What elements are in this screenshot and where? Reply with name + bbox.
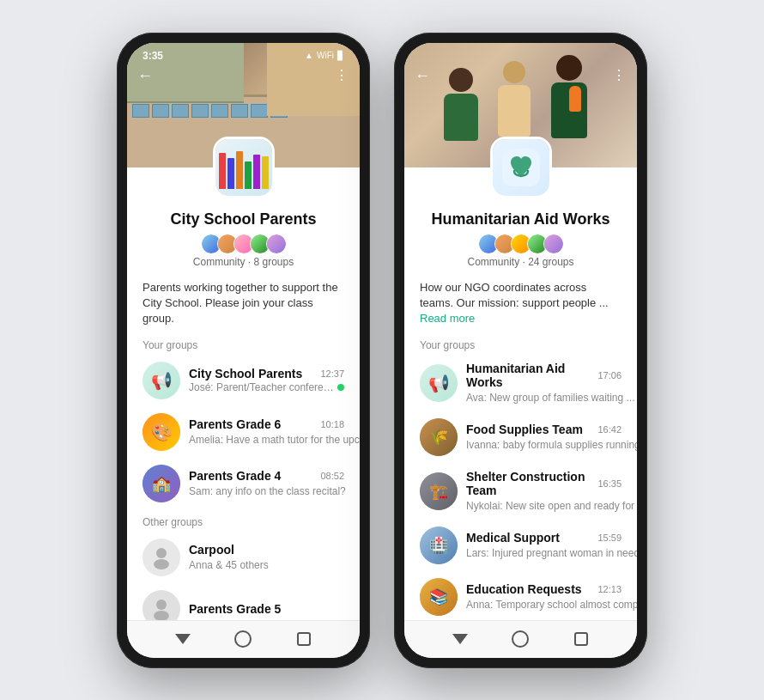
- other-groups-list: Carpool Anna & 45 others: [127, 532, 360, 620]
- group-avatar-education: 📚: [420, 578, 458, 616]
- phones-container: 3:35 ▲ WiFi ▊ ← ⋮: [100, 15, 664, 685]
- carpool-name: Carpool: [189, 543, 234, 557]
- group-name-row: Food Supplies Team 16:42: [466, 423, 622, 436]
- member-avatars-2: [421, 234, 620, 254]
- group-item-carpool[interactable]: Carpool Anna & 45 others: [136, 532, 351, 583]
- group-avatar-carpool: [142, 539, 180, 576]
- member-avatar: [543, 234, 564, 254]
- more-button-2[interactable]: ⋮: [612, 67, 627, 83]
- back-button-2[interactable]: ←: [415, 67, 430, 85]
- nav-back-2[interactable]: [448, 627, 472, 651]
- group-name: Parents Grade 6: [189, 417, 281, 431]
- community-header-1: City School Parents Community · 8 groups: [127, 204, 360, 272]
- group-name: City School Parents: [189, 367, 302, 380]
- group-avatar-medical: 🏥: [420, 527, 458, 564]
- speaker-icon: 📢: [151, 370, 173, 391]
- group-item-humanitarian[interactable]: 📢 Humanitarian Aid Works 17:06 Ava: New …: [413, 355, 628, 411]
- hero-area-2: ← ⋮: [404, 43, 637, 167]
- group-preview: Nykolai: New site open and ready for ...: [466, 500, 637, 512]
- hero-area-1: 3:35 ▲ WiFi ▊ ← ⋮: [127, 43, 360, 167]
- community-desc-1: Parents working together to support the …: [127, 271, 360, 332]
- back-button-1[interactable]: ←: [137, 67, 153, 85]
- group-item-grade4[interactable]: 🏫 Parents Grade 4 08:52 Sam: any info on…: [136, 458, 351, 509]
- community-name-2: Humanitarian Aid Works: [421, 210, 620, 229]
- group-time: 08:52: [320, 471, 344, 481]
- group-name-row: Parents Grade 5: [189, 602, 344, 616]
- group-info: Parents Grade 4 08:52 Sam: any info on t…: [189, 469, 344, 498]
- group-item-grade6[interactable]: 🎨 Parents Grade 6 10:18 Amelia: Have a m…: [136, 406, 351, 458]
- group-item-grade5[interactable]: Parents Grade 5: [136, 583, 351, 620]
- group-preview: Ivanna: baby formula supplies running ..…: [466, 439, 637, 451]
- speaker-icon-2: 📢: [428, 373, 450, 393]
- group-item-food[interactable]: 🌾 Food Supplies Team 16:42 Ivanna: baby …: [413, 411, 628, 463]
- group-info-shelter: Shelter Construction Team 16:35 Nykolai:…: [466, 470, 622, 513]
- community-meta-2: Community · 24 groups: [421, 256, 620, 268]
- group-time: 17:06: [597, 370, 622, 380]
- group-avatar-grade5: [142, 590, 180, 620]
- phone-2: ← ⋮: [394, 33, 647, 668]
- group-name-row: Parents Grade 6 10:18: [189, 417, 344, 431]
- status-bar-1: 3:35 ▲ WiFi ▊: [127, 43, 360, 64]
- section-your-groups-1: Your groups: [127, 332, 360, 355]
- group-info-humanitarian: Humanitarian Aid Works 17:06 Ava: New gr…: [466, 362, 622, 405]
- group-info: City School Parents 12:37 José: Parent/T…: [189, 367, 344, 393]
- group-preview: Amelia: Have a math tutor for the upco..…: [189, 434, 360, 446]
- group-preview: Anna: Temporary school almost comp...: [466, 599, 637, 611]
- carpool-subtitle: Anna & 45 others: [189, 559, 269, 571]
- group-name: Food Supplies Team: [466, 423, 583, 436]
- home-circle-icon-2: [512, 630, 529, 648]
- group-name: Humanitarian Aid Works: [466, 362, 597, 389]
- group-name-row: Shelter Construction Team 16:35: [466, 470, 622, 497]
- group-time: 12:37: [320, 368, 344, 379]
- svg-point-3: [154, 611, 169, 620]
- group-preview: Lars: Injured pregnant woman in need ...: [466, 547, 637, 559]
- status-time-1: 3:35: [142, 50, 163, 62]
- community-avatar-1: [213, 137, 275, 198]
- group-info-grade5: Parents Grade 5: [189, 602, 344, 616]
- svg-point-0: [156, 548, 167, 558]
- group-name-row: Education Requests 12:13: [466, 582, 622, 596]
- svg-point-1: [154, 559, 169, 569]
- nav-recent-2[interactable]: [569, 627, 593, 651]
- group-avatar-food: 🌾: [420, 418, 458, 456]
- content-area-1: City School Parents Community · 8 groups…: [127, 167, 360, 620]
- group-info-carpool: Carpool Anna & 45 others: [189, 543, 344, 572]
- group-name-row: City School Parents 12:37: [189, 367, 344, 380]
- group-avatar-shelter: 🏗️: [420, 472, 458, 510]
- community-desc-2: How our NGO coordinates across teams. Ou…: [404, 271, 637, 332]
- nav-home-2[interactable]: [508, 627, 532, 651]
- group-name: Shelter Construction Team: [466, 470, 597, 497]
- community-meta-1: Community · 8 groups: [144, 256, 343, 268]
- group-info-food: Food Supplies Team 16:42 Ivanna: baby fo…: [466, 423, 622, 452]
- group-name-row: Medical Support 15:59: [466, 531, 622, 545]
- group-preview: José: Parent/Teacher conferences ...: [189, 381, 334, 393]
- group-item-medical[interactable]: 🏥 Medical Support 15:59 Lars: Injured pr…: [413, 520, 628, 571]
- nav-recent-1[interactable]: [292, 627, 316, 651]
- more-button-1[interactable]: ⋮: [335, 67, 349, 83]
- your-groups-list-2: 📢 Humanitarian Aid Works 17:06 Ava: New …: [404, 355, 637, 620]
- community-header-2: Humanitarian Aid Works Community · 24 gr…: [404, 204, 637, 272]
- recent-square-icon-2: [574, 632, 588, 646]
- section-other-groups: Other groups: [127, 509, 360, 532]
- group-name: Parents Grade 4: [189, 469, 281, 483]
- recent-square-icon: [297, 632, 311, 646]
- person-icon: [149, 545, 173, 569]
- content-area-2: Humanitarian Aid Works Community · 24 gr…: [404, 167, 637, 620]
- preview-row: José: Parent/Teacher conferences ...: [189, 380, 344, 393]
- group-preview: Sam: any info on the class recital?: [189, 485, 346, 497]
- group-item-city-school[interactable]: 📢 City School Parents 12:37 José: Parent…: [136, 355, 351, 406]
- back-triangle-icon-2: [452, 634, 468, 644]
- phone-1: 3:35 ▲ WiFi ▊ ← ⋮: [117, 33, 370, 668]
- read-more-link[interactable]: Read more: [420, 312, 475, 325]
- nav-back-1[interactable]: [171, 627, 195, 651]
- person-icon-2: [149, 597, 173, 620]
- nav-home-1[interactable]: [231, 627, 255, 651]
- group-name-row: Parents Grade 4 08:52: [189, 469, 344, 483]
- your-groups-list-1: 📢 City School Parents 12:37 José: Parent…: [127, 355, 360, 509]
- group-item-education[interactable]: 📚 Education Requests 12:13 Anna: Tempora…: [413, 571, 628, 620]
- group-item-shelter[interactable]: 🏗️ Shelter Construction Team 16:35 Nykol…: [413, 463, 628, 520]
- heart-avatar: [493, 139, 549, 196]
- group-time: 16:35: [597, 478, 622, 489]
- heart-hands-icon: [502, 149, 540, 186]
- group-info: Parents Grade 6 10:18 Amelia: Have a mat…: [189, 417, 344, 447]
